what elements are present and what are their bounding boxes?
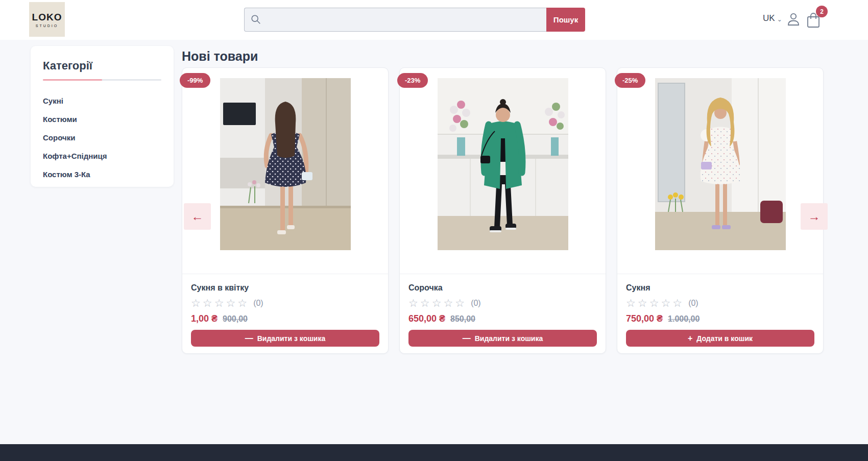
sidebar-item-suit-3pc[interactable]: Костюм 3-Ка xyxy=(43,165,161,184)
sidebar-item-suits[interactable]: Костюми xyxy=(43,110,161,129)
account-button[interactable] xyxy=(786,12,801,27)
rating-count: (0) xyxy=(471,299,481,308)
minus-icon: — xyxy=(245,334,253,343)
category-list: Сукні Костюми Сорочки Кофта+Спідниця Кос… xyxy=(43,92,161,184)
sidebar-item-shirts[interactable]: Сорочки xyxy=(43,129,161,147)
cart-button-label: Додати в кошик xyxy=(696,334,753,343)
arrow-right-icon: → xyxy=(808,209,821,224)
product-title[interactable]: Сорочка xyxy=(408,283,597,293)
discount-badge: -23% xyxy=(397,73,428,88)
product-card: -25% xyxy=(617,67,824,354)
product-rating: ☆☆☆☆☆ (0) xyxy=(408,298,597,308)
product-rating: ☆☆☆☆☆ (0) xyxy=(191,298,379,308)
product-image-green-shirt xyxy=(438,78,568,250)
plus-icon: + xyxy=(688,334,692,343)
cart-count-badge: 2 xyxy=(816,6,828,17)
star-icon: ☆ xyxy=(443,297,455,309)
star-icon: ☆ xyxy=(661,297,672,309)
star-icon: ☆ xyxy=(649,297,661,309)
sidebar-title: Категорії xyxy=(43,59,161,72)
footer xyxy=(0,444,868,461)
product-photo[interactable] xyxy=(220,78,351,250)
page-title: Нові товари xyxy=(182,49,258,64)
discount-badge: -25% xyxy=(615,73,645,88)
language-selector[interactable]: UK ⌄ xyxy=(763,13,782,23)
rating-count: (0) xyxy=(688,299,698,308)
product-image-white-dress xyxy=(655,78,786,250)
cart-button[interactable]: 2 xyxy=(806,12,821,29)
product-title[interactable]: Сукня в квітку xyxy=(191,283,379,293)
star-icon: ☆ xyxy=(420,297,432,309)
remove-from-cart-button[interactable]: — Видалити з кошика xyxy=(408,330,597,347)
search-bar: Пошук xyxy=(244,8,585,32)
product-photo[interactable] xyxy=(655,78,786,250)
cart-button-label: Видалити з кошика xyxy=(475,334,543,343)
shopping-bag-icon xyxy=(806,22,821,30)
card-info: Сорочка ☆☆☆☆☆ (0) 650,00 ₴ 850,00 xyxy=(408,274,597,324)
price-row: 650,00 ₴ 850,00 xyxy=(408,313,597,324)
search-icon xyxy=(250,14,261,25)
product-card: -23% xyxy=(399,67,606,354)
rating-count: (0) xyxy=(253,299,263,308)
star-icon: ☆ xyxy=(237,297,249,309)
sidebar-title-underline xyxy=(43,79,161,81)
star-icon: ☆ xyxy=(191,297,203,309)
add-to-cart-button[interactable]: + Додати в кошик xyxy=(626,330,814,347)
star-icon: ☆ xyxy=(408,297,420,309)
chevron-down-icon: ⌄ xyxy=(777,16,782,23)
star-icon: ☆ xyxy=(455,297,467,309)
sidebar-item-dresses[interactable]: Сукні xyxy=(43,92,161,110)
star-icon: ☆ xyxy=(432,297,444,309)
star-icon: ☆ xyxy=(226,297,237,309)
product-title[interactable]: Сукня xyxy=(626,283,814,293)
product-rating: ☆☆☆☆☆ (0) xyxy=(626,298,814,308)
price-row: 750,00 ₴ 1.000,00 xyxy=(626,313,814,324)
logo-text: LOKO xyxy=(32,12,62,23)
old-price: 1.000,00 xyxy=(668,314,700,324)
star-icons: ☆☆☆☆☆ xyxy=(408,298,467,308)
arrow-left-icon: ← xyxy=(191,209,204,224)
user-icon xyxy=(786,21,801,29)
card-info: Сукня в квітку ☆☆☆☆☆ (0) 1,00 ₴ 900,00 xyxy=(191,274,379,324)
logo[interactable]: LOKO STUDIO xyxy=(29,2,65,37)
star-icon: ☆ xyxy=(626,297,638,309)
current-price: 650,00 ₴ xyxy=(408,313,445,324)
product-grid: -99% xyxy=(182,67,824,354)
star-icon: ☆ xyxy=(672,297,684,309)
old-price: 900,00 xyxy=(223,314,248,324)
old-price: 850,00 xyxy=(450,314,475,324)
minus-icon: — xyxy=(463,334,471,343)
current-price: 750,00 ₴ xyxy=(626,313,663,324)
price-row: 1,00 ₴ 900,00 xyxy=(191,313,379,324)
search-button[interactable]: Пошук xyxy=(546,8,585,32)
star-icons: ☆☆☆☆☆ xyxy=(191,298,249,308)
card-info: Сукня ☆☆☆☆☆ (0) 750,00 ₴ 1.000,00 xyxy=(626,274,814,324)
current-price: 1,00 ₴ xyxy=(191,313,218,324)
header: LOKO STUDIO Пошук UK ⌄ 2 xyxy=(0,0,868,40)
star-icon: ☆ xyxy=(203,297,214,309)
product-photo[interactable] xyxy=(438,78,568,250)
logo-subtext: STUDIO xyxy=(36,24,58,28)
sidebar-item-sweater-skirt[interactable]: Кофта+Спідниця xyxy=(43,147,161,165)
cart-button-label: Видалити з кошика xyxy=(257,334,326,343)
categories-sidebar: Категорії Сукні Костюми Сорочки Кофта+Сп… xyxy=(31,46,174,187)
discount-badge: -99% xyxy=(180,73,210,88)
carousel-next-button[interactable]: → xyxy=(801,203,828,230)
star-icon: ☆ xyxy=(214,297,226,309)
remove-from-cart-button[interactable]: — Видалити з кошика xyxy=(191,330,379,347)
star-icon: ☆ xyxy=(638,297,649,309)
search-input[interactable] xyxy=(244,8,546,32)
language-label: UK xyxy=(763,13,775,23)
star-icons: ☆☆☆☆☆ xyxy=(626,298,684,308)
product-card: -99% xyxy=(182,67,389,354)
product-image-dress-polka xyxy=(220,78,351,250)
carousel-prev-button[interactable]: ← xyxy=(184,203,211,230)
